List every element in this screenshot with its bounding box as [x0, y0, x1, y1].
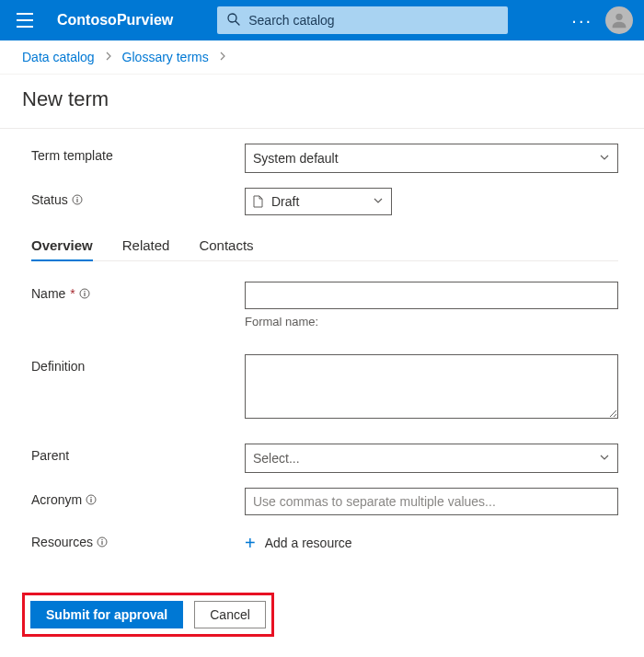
formal-name-label: Formal name:	[245, 315, 618, 328]
breadcrumb-item-glossary-terms[interactable]: Glossary terms	[122, 50, 209, 64]
add-resource-label: Add a resource	[265, 536, 352, 550]
search-box[interactable]	[217, 6, 508, 34]
row-definition: Definition	[31, 354, 618, 421]
search-icon	[226, 12, 241, 29]
acronym-input[interactable]	[245, 488, 618, 515]
add-resource-link[interactable]: + Add a resource	[245, 530, 352, 552]
svg-rect-5	[76, 197, 77, 198]
top-bar: ContosoPurview ···	[0, 0, 644, 40]
row-name: Name * Formal name:	[31, 282, 618, 328]
svg-point-2	[615, 14, 622, 20]
row-status: Status Draft	[31, 188, 618, 215]
tab-related[interactable]: Related	[122, 230, 170, 260]
definition-textarea[interactable]	[245, 354, 618, 419]
breadcrumb: Data catalog Glossary terms	[0, 40, 644, 75]
svg-rect-4	[76, 199, 77, 202]
info-icon[interactable]	[86, 494, 97, 505]
search-input[interactable]	[248, 13, 499, 28]
svg-rect-7	[84, 293, 85, 296]
term-template-dropdown[interactable]: System default	[245, 144, 618, 173]
parent-placeholder: Select...	[253, 451, 300, 466]
parent-label: Parent	[31, 444, 245, 463]
svg-rect-10	[91, 499, 92, 502]
status-dropdown[interactable]: Draft	[245, 188, 392, 215]
tab-contacts[interactable]: Contacts	[199, 230, 253, 260]
term-template-value: System default	[253, 151, 339, 166]
row-parent: Parent Select...	[31, 444, 618, 473]
required-mark: *	[70, 286, 75, 301]
svg-point-0	[228, 14, 236, 22]
cancel-button[interactable]: Cancel	[194, 601, 266, 628]
name-input[interactable]	[245, 282, 618, 309]
new-term-form: Term template System default Status Draf…	[0, 129, 644, 552]
status-label: Status	[31, 192, 68, 207]
document-icon	[253, 195, 264, 208]
svg-rect-8	[84, 291, 85, 292]
acronym-label: Acronym	[31, 492, 82, 507]
resources-label: Resources	[31, 535, 93, 549]
menu-hamburger-icon[interactable]	[17, 9, 39, 31]
info-icon[interactable]	[72, 194, 83, 205]
chevron-down-icon	[373, 194, 384, 209]
app-name[interactable]: ContosoPurview	[57, 12, 173, 29]
chevron-right-icon	[104, 51, 113, 63]
status-value: Draft	[271, 194, 365, 209]
term-template-label: Term template	[31, 144, 245, 163]
row-term-template: Term template System default	[31, 144, 618, 173]
page-title: New term	[0, 75, 644, 128]
parent-dropdown[interactable]: Select...	[245, 444, 618, 473]
tab-overview[interactable]: Overview	[31, 230, 93, 260]
footer: Submit for approval Cancel	[0, 583, 644, 646]
info-icon[interactable]	[79, 288, 90, 299]
chevron-down-icon	[599, 151, 610, 166]
info-icon[interactable]	[97, 536, 108, 548]
row-acronym: Acronym	[31, 488, 618, 515]
svg-rect-14	[101, 539, 102, 540]
svg-rect-13	[101, 541, 102, 545]
tabs: Overview Related Contacts	[31, 230, 618, 261]
chevron-down-icon	[599, 451, 610, 466]
chevron-right-icon	[218, 51, 227, 63]
svg-line-1	[236, 21, 239, 25]
svg-rect-11	[91, 497, 92, 498]
plus-icon: +	[245, 534, 256, 552]
row-resources: Resources + Add a resource	[31, 530, 618, 552]
action-button-highlight: Submit for approval Cancel	[22, 593, 274, 637]
definition-label: Definition	[31, 354, 245, 374]
submit-for-approval-button[interactable]: Submit for approval	[30, 601, 183, 628]
breadcrumb-item-data-catalog[interactable]: Data catalog	[22, 50, 95, 64]
avatar[interactable]	[605, 6, 633, 34]
overflow-menu-icon[interactable]: ···	[571, 11, 592, 29]
name-label: Name	[31, 286, 65, 301]
